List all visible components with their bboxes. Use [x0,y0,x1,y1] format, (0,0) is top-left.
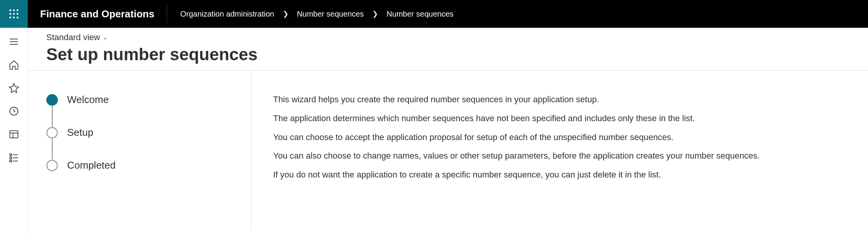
star-icon [8,83,19,93]
breadcrumb-item[interactable]: Number sequences [297,10,364,19]
step-connector [52,139,53,159]
content-area: Standard view ⌄ Set up number sequences … [28,28,868,235]
workspace-icon [8,129,19,140]
svg-rect-11 [10,154,12,156]
svg-point-3 [9,13,11,15]
breadcrumb-item[interactable]: Number sequences [387,10,453,19]
view-selector[interactable]: Standard view ⌄ [46,32,108,42]
menu-button[interactable] [0,31,28,52]
svg-point-8 [17,17,19,19]
wizard-paragraph: The application determines which number … [273,113,760,125]
workspaces-button[interactable] [0,123,28,145]
wizard-paragraph: You can also choose to change names, val… [273,150,760,162]
wizard-paragraph: This wizard helps you create the require… [273,94,760,106]
svg-point-4 [13,13,15,15]
wizard-step-setup[interactable]: Setup [46,127,233,139]
wizard-steps: Welcome Setup Completed [28,71,252,232]
step-dot-icon [46,127,58,139]
title-bar: Standard view ⌄ Set up number sequences [28,28,868,71]
svg-rect-10 [10,131,18,138]
wizard-body: Welcome Setup Completed This wizard help… [28,71,868,232]
step-label: Welcome [67,94,109,106]
wizard-step-completed[interactable]: Completed [46,159,233,171]
chevron-right-icon: ❯ [283,10,289,18]
wizard-paragraph: You can choose to accept the application… [273,132,760,144]
step-label: Setup [67,127,93,139]
favorites-button[interactable] [0,77,28,99]
home-icon [8,59,19,70]
svg-point-1 [13,9,15,11]
app-title: Finance and Operations [28,8,167,20]
svg-point-5 [17,13,19,15]
wizard-step-welcome[interactable]: Welcome [46,94,233,106]
nav-rail [0,28,28,235]
svg-point-6 [9,17,11,19]
chevron-right-icon: ❯ [372,10,378,18]
page-title: Set up number sequences [46,45,849,64]
app-launcher-button[interactable] [0,0,28,28]
modules-icon [8,152,19,163]
step-dot-icon [46,94,58,106]
hamburger-icon [8,36,19,47]
step-dot-icon [46,160,58,171]
view-label: Standard view [46,32,100,42]
chevron-down-icon: ⌄ [103,34,108,41]
clock-icon [8,106,19,117]
breadcrumb-item[interactable]: Organization administration [180,10,274,19]
home-button[interactable] [0,54,28,76]
svg-rect-12 [10,157,12,159]
svg-rect-13 [10,160,12,162]
waffle-icon [8,8,19,19]
step-label: Completed [67,159,116,171]
wizard-paragraph: If you do not want the application to cr… [273,169,760,181]
recent-button[interactable] [0,100,28,122]
svg-point-7 [13,17,15,19]
top-header: Finance and Operations Organization admi… [0,0,868,28]
wizard-content: This wizard helps you create the require… [252,71,781,232]
modules-button[interactable] [0,147,28,168]
svg-point-2 [17,9,19,11]
svg-point-0 [9,9,11,11]
breadcrumb: Organization administration ❯ Number seq… [167,10,453,19]
step-connector [52,106,53,127]
